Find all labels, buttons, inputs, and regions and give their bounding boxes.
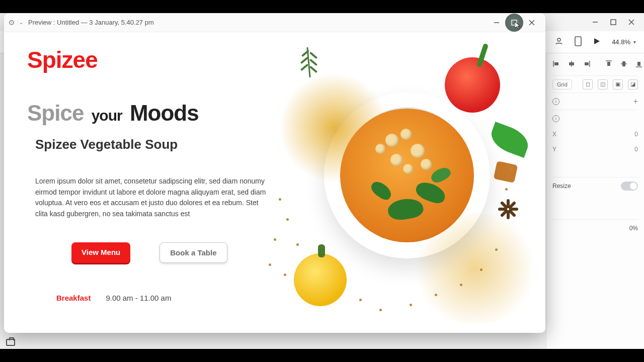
svg-rect-5	[575, 37, 581, 46]
y-row: Y 0	[552, 142, 638, 157]
minimize-icon[interactable]	[592, 19, 599, 26]
svg-rect-10	[569, 62, 574, 65]
resize-row: Resize	[552, 177, 638, 194]
svg-rect-12	[585, 62, 589, 65]
close-icon[interactable]	[628, 19, 635, 26]
svg-rect-1	[611, 20, 616, 25]
y-label: Y	[552, 146, 556, 153]
minimize-button[interactable]	[488, 16, 505, 30]
book-table-button[interactable]: Book a Table	[159, 242, 227, 263]
red-pepper	[445, 57, 500, 113]
preview-canvas: Spizee Spice your Moods Spizee Vegetable…	[4, 32, 545, 333]
section-1: i +	[552, 93, 638, 110]
soup	[340, 109, 474, 242]
hero-food-image	[259, 37, 540, 329]
svg-rect-14	[607, 62, 610, 66]
info-icon-2[interactable]: i	[552, 115, 559, 122]
headline-word-1: Spice	[27, 101, 84, 125]
svg-rect-18	[637, 62, 640, 66]
properties-panel: Grid ◻ ◫ ▣ ◪ i + i X 0 Y 0	[546, 53, 644, 349]
headline-word-2: your	[92, 107, 122, 124]
description-text: Lorem ipsum dolor sit amet, consetetur s…	[35, 176, 272, 220]
record-icon[interactable]	[9, 20, 14, 25]
align-bottom-icon[interactable]	[635, 59, 643, 68]
chevron-down-icon[interactable]: ⌄	[19, 20, 23, 25]
svg-marker-24	[515, 22, 520, 29]
y-value[interactable]: 0	[634, 146, 638, 153]
align-middle-icon[interactable]	[620, 59, 628, 68]
basil-leaf	[487, 122, 532, 158]
grid-row: Grid ◻ ◫ ▣ ◪	[552, 75, 638, 93]
x-row: X 0	[552, 127, 638, 142]
resize-toggle[interactable]	[621, 182, 638, 191]
svg-rect-16	[622, 61, 625, 66]
meal-time: 9.00 am - 11.00 am	[106, 294, 171, 302]
preview-window: ⌄ Preview : Untitled — 3 January, 5.40.2…	[4, 13, 545, 333]
x-label: X	[552, 131, 556, 138]
align-left-icon[interactable]	[552, 59, 560, 68]
svg-rect-8	[554, 62, 558, 65]
headline-word-3: Moods	[130, 101, 199, 125]
herb-sprig	[294, 47, 324, 93]
account-icon[interactable]	[554, 37, 564, 48]
preview-titlebar: ⌄ Preview : Untitled — 3 January, 5.40.2…	[4, 13, 545, 32]
brand-logo: Spizee	[27, 46, 98, 73]
section-2: i	[552, 110, 638, 127]
star-anise	[499, 210, 517, 228]
stage: 44.8% ▾ Grid ◻ ◫ ▣ ◪	[0, 13, 644, 349]
align-center-icon[interactable]	[568, 59, 576, 68]
headline: Spice your Moods	[27, 101, 199, 126]
svg-point-4	[557, 38, 560, 41]
view-menu-button[interactable]: View Menu	[71, 242, 130, 263]
percent-row: 0%	[552, 219, 638, 236]
align-controls	[552, 57, 638, 68]
chevron-down-icon: ▾	[633, 39, 636, 45]
play-icon[interactable]	[593, 37, 601, 47]
device-icon[interactable]	[575, 36, 582, 48]
bool-union-icon[interactable]: ◻	[583, 79, 593, 89]
bool-exclude-icon[interactable]: ◪	[628, 79, 638, 89]
bool-intersect-icon[interactable]: ▣	[613, 79, 623, 89]
bool-subtract-icon[interactable]: ◫	[598, 79, 608, 89]
letterbox-top	[0, 0, 644, 13]
percent-value[interactable]: 0%	[629, 225, 638, 232]
crouton	[494, 161, 518, 183]
add-icon[interactable]: +	[633, 97, 638, 106]
zoom-value: 44.8%	[612, 38, 630, 46]
button-row: View Menu Book a Table	[71, 242, 227, 263]
yellow-pepper	[294, 253, 347, 306]
grid-chip[interactable]: Grid	[552, 79, 572, 89]
align-top-icon[interactable]	[605, 59, 613, 68]
x-value[interactable]: 0	[634, 131, 638, 138]
subtitle: Spizee Vegetable Soup	[35, 137, 178, 152]
briefcase-icon[interactable]	[6, 339, 15, 346]
maximize-button[interactable]	[505, 14, 523, 32]
svg-marker-6	[594, 38, 600, 44]
align-right-icon[interactable]	[583, 59, 591, 68]
preview-title: Preview : Untitled — 3 January, 5.40.27 …	[28, 19, 154, 26]
mouse-cursor-icon	[515, 22, 523, 30]
maximize-icon[interactable]	[610, 19, 617, 26]
zoom-control[interactable]: 44.8% ▾	[612, 38, 636, 46]
letterbox-bottom	[0, 349, 644, 362]
close-button[interactable]	[523, 16, 540, 30]
meal-label: Breakfast	[56, 294, 91, 302]
hours-row: Breakfast 9.00 am - 11.00 am	[56, 294, 171, 302]
resize-label: Resize	[552, 183, 571, 190]
info-icon[interactable]: i	[552, 98, 559, 105]
